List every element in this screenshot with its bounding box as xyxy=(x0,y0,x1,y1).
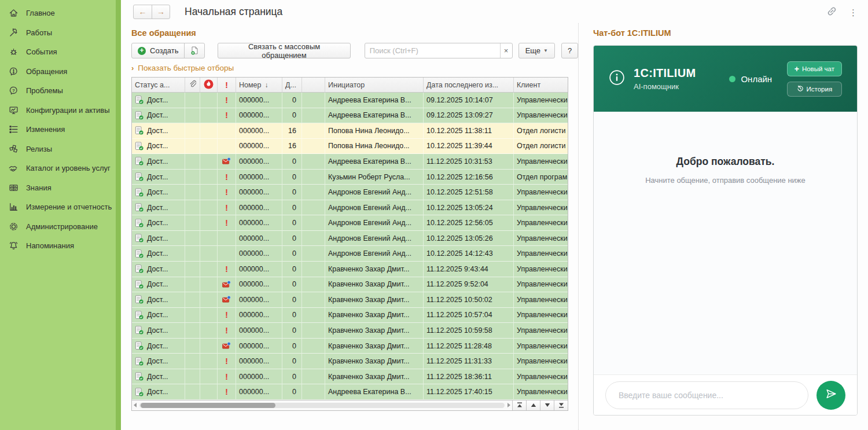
new-chat-button[interactable]: + Новый чат xyxy=(787,61,842,76)
back-button[interactable]: ← xyxy=(134,5,152,19)
speech-exclamation-icon xyxy=(9,67,19,76)
scroll-left-icon[interactable] xyxy=(134,403,137,407)
cell-init: Андреева Екатерина В... xyxy=(325,93,424,108)
table-row[interactable]: Дост...000000...0Кравченко Захар Дмит...… xyxy=(132,292,568,308)
column-header-Клиент[interactable]: Клиент xyxy=(514,78,568,92)
table-row[interactable]: Дост...000000...16Попова Нина Леонидо...… xyxy=(132,123,568,139)
column-header-paperclip-icon[interactable] xyxy=(185,78,200,92)
sidebar-item-label: Обращения xyxy=(26,67,67,76)
cell-fire xyxy=(200,93,218,108)
cell-clip xyxy=(185,108,200,124)
go-last-button[interactable] xyxy=(554,400,568,410)
cell-excl xyxy=(218,231,236,247)
table-row[interactable]: Дост...!000000...0Андреева Екатерина В..… xyxy=(132,384,568,400)
go-first-button[interactable] xyxy=(512,400,526,410)
cell-client: Управленчески xyxy=(514,384,568,400)
column-header-Д...[interactable]: Д... xyxy=(282,78,302,92)
cell-gap xyxy=(302,277,325,293)
cell-fire xyxy=(200,170,218,185)
sidebar-item-releases[interactable]: Релизы xyxy=(0,139,116,159)
cell-date: 10.12.2025 12:16:56 xyxy=(424,170,514,185)
sidebar-item-label: Напоминания xyxy=(26,241,74,250)
sidebar-item-problems[interactable]: ?Проблемы xyxy=(0,81,116,101)
clear-search-button[interactable]: × xyxy=(500,43,512,58)
svg-text:?: ? xyxy=(12,88,15,93)
table-row[interactable]: Дост...000000...16Попова Нина Леонидо...… xyxy=(132,139,568,155)
table-row[interactable]: Дост...!000000...0Андронов Евгений Анд..… xyxy=(132,200,568,216)
sidebar-item-changes[interactable]: Изменения xyxy=(0,120,116,139)
sidebar-item-configurations[interactable]: Конфигурации и активы xyxy=(0,101,116,120)
table-row[interactable]: Дост...000000...0Андронов Евгений Анд...… xyxy=(132,231,568,247)
table-row[interactable]: Дост...!000000...0Андреева Екатерина В..… xyxy=(132,93,568,108)
help-button[interactable]: ? xyxy=(561,43,578,58)
table-row[interactable]: Дост...!000000...0Кузьмин Роберт Русла..… xyxy=(132,170,568,185)
column-header-Статус а...[interactable]: Статус а... xyxy=(132,78,185,92)
cell-fire xyxy=(200,200,218,216)
table-row[interactable]: Дост...!000000...0Кравченко Захар Дмит..… xyxy=(132,369,568,385)
sidebar-item-main[interactable]: Главное xyxy=(0,3,116,23)
table-row[interactable]: Дост...000000...0Кравченко Захар Дмит...… xyxy=(132,277,568,293)
link-icon[interactable] xyxy=(826,6,837,19)
scroll-right-icon[interactable] xyxy=(507,403,510,407)
cell-days: 0 xyxy=(282,323,302,339)
cell-init: Андронов Евгений Анд... xyxy=(325,246,424,262)
create-button[interactable]: + Создать xyxy=(132,43,184,58)
go-down-button[interactable] xyxy=(540,400,554,410)
message-input[interactable] xyxy=(606,391,808,400)
sidebar-item-reminders[interactable]: Напоминания xyxy=(0,236,116,256)
table-row[interactable]: Дост...!000000...0Кравченко Захар Дмит..… xyxy=(132,323,568,339)
scrollbar-thumb[interactable] xyxy=(141,403,275,408)
mail-icon xyxy=(222,157,231,165)
sidebar-splitter[interactable] xyxy=(116,0,121,430)
sidebar-item-administration[interactable]: Администрирование xyxy=(0,217,116,237)
table-row[interactable]: Дост...!000000...0Кравченко Захар Дмит..… xyxy=(132,354,568,369)
cell-num: 000000... xyxy=(236,384,282,400)
fire-icon xyxy=(204,79,214,91)
scrollbar-track[interactable] xyxy=(139,403,505,408)
exclamation-icon: ! xyxy=(225,188,228,197)
cell-excl: ! xyxy=(218,308,236,324)
table-row[interactable]: Дост...!000000...0Андронов Евгений Анд..… xyxy=(132,215,568,231)
table-row[interactable]: Дост...!000000...0Андронов Евгений Анд..… xyxy=(132,185,568,200)
search-input[interactable] xyxy=(365,43,500,58)
column-header-Дата последнего из...[interactable]: Дата последнего из... xyxy=(424,78,514,92)
history-button[interactable]: История xyxy=(787,82,842,97)
cell-client: Управленчески xyxy=(514,154,568,170)
go-up-button[interactable] xyxy=(526,400,540,410)
sidebar-item-works[interactable]: Работы xyxy=(0,23,116,43)
info-icon[interactable] xyxy=(609,69,625,88)
table-row[interactable]: Дост...000000...0Андреева Екатерина В...… xyxy=(132,154,568,170)
table-header: Статус а...!Номер↓Д...ИнициаторДата посл… xyxy=(132,78,568,93)
column-header-Номер[interactable]: Номер↓ xyxy=(236,78,282,92)
more-menu-icon[interactable]: ⋮ xyxy=(849,8,858,17)
sidebar-item-knowledge[interactable]: Знания xyxy=(0,178,116,198)
table-row[interactable]: Дост...!000000...0Кравченко Захар Дмит..… xyxy=(132,308,568,324)
cell-status: Дост... xyxy=(132,308,185,324)
column-header-![interactable]: ! xyxy=(218,78,236,92)
more-button[interactable]: Еще▼ xyxy=(518,43,555,58)
horizontal-scrollbar[interactable] xyxy=(132,400,512,410)
column-header-Инициатор[interactable]: Инициатор xyxy=(325,78,424,92)
table-row[interactable]: Дост...000000...0Андронов Евгений Анд...… xyxy=(132,246,568,262)
table-row[interactable]: Дост...000000...0Кравченко Захар Дмит...… xyxy=(132,339,568,354)
column-header-fire-icon[interactable] xyxy=(200,78,218,92)
doc-check-icon xyxy=(135,234,144,242)
cell-status: Дост... xyxy=(132,200,185,216)
link-mass-request-button[interactable]: Связать с массовым обращением xyxy=(218,43,350,58)
sidebar-item-events[interactable]: События xyxy=(0,42,116,62)
create-by-copy-button[interactable] xyxy=(184,43,204,58)
quick-filters-toggle[interactable]: › Показать быстрые отборы xyxy=(131,64,578,72)
send-button[interactable] xyxy=(816,381,845,410)
cell-client: Управленчески xyxy=(514,292,568,308)
cell-date: 10.12.2025 11:38:11 xyxy=(424,123,514,139)
sidebar-item-reporting[interactable]: Измерение и отчетность xyxy=(0,197,116,217)
forward-button[interactable]: → xyxy=(152,5,170,19)
table-row[interactable]: Дост...!000000...0Андреева Екатерина В..… xyxy=(132,108,568,124)
table-row[interactable]: Дост...!000000...0Кравченко Захар Дмит..… xyxy=(132,262,568,277)
cell-date: 11.12.2025 9:43:44 xyxy=(424,262,514,277)
cell-init: Кравченко Захар Дмит... xyxy=(325,262,424,277)
column-header-blank[interactable] xyxy=(302,78,325,92)
sidebar-item-service-catalog[interactable]: Каталог и уровень услуг xyxy=(0,159,116,178)
cell-num: 000000... xyxy=(236,108,282,124)
sidebar-item-requests[interactable]: Обращения xyxy=(0,62,116,82)
